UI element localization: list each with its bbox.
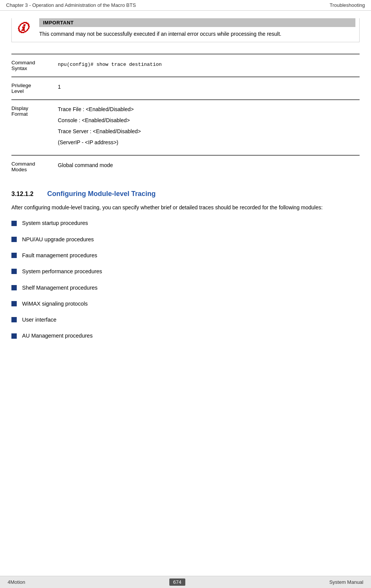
subsection-number: 3.12.1.2 — [11, 191, 42, 198]
display-item-0: Trace File : <Enabled/Disabled> — [58, 105, 360, 113]
important-icon-col: 🛈 — [12, 18, 33, 42]
sections-table: CommandSyntax npu(config)# show trace de… — [11, 54, 360, 178]
important-text: This command may not be successfully exe… — [39, 30, 355, 38]
list-item: Shelf Management procedures — [11, 284, 360, 292]
list-item: NPU/AU upgrade procedures — [11, 236, 360, 243]
command-syntax-code: npu(config)# show trace destination — [58, 62, 162, 67]
display-item-1: Console : <Enabled/Disabled> — [58, 116, 360, 124]
display-format-label: DisplayFormat — [11, 100, 53, 155]
bullet-icon-1 — [11, 237, 17, 242]
bullet-text-5: WiMAX signaling protocols — [22, 300, 88, 308]
bullet-list: System startup procedures NPU/AU upgrade… — [11, 219, 360, 339]
footer-right: System Manual — [329, 579, 363, 585]
display-format-value: Trace File : <Enabled/Disabled> Console … — [53, 100, 360, 155]
bullet-text-3: System performance procedures — [22, 268, 102, 275]
header-right: Troubleshooting — [330, 2, 365, 8]
command-modes-row: CommandModes Global command mode — [11, 155, 360, 178]
privilege-level-label: PrivilegeLevel — [11, 77, 53, 100]
important-header: IMPORTANT — [39, 18, 355, 27]
footer-page-number: 674 — [169, 578, 185, 586]
important-content: IMPORTANT This command may not be succes… — [39, 18, 359, 42]
privilege-level-row: PrivilegeLevel 1 — [11, 77, 360, 100]
main-content: 🛈 IMPORTANT This command may not be succ… — [0, 11, 371, 363]
bullet-icon-4 — [11, 285, 17, 290]
privilege-level-value: 1 — [53, 77, 360, 100]
display-item-3: (ServerIP - <IP address>) — [58, 139, 360, 147]
command-syntax-row: CommandSyntax npu(config)# show trace de… — [11, 54, 360, 77]
header-left: Chapter 3 - Operation and Administration… — [6, 2, 136, 8]
bullet-text-0: System startup procedures — [22, 219, 88, 227]
command-syntax-value: npu(config)# show trace destination — [53, 54, 360, 77]
display-item-2: Trace Server : <Enabled/Disabled> — [58, 127, 360, 135]
display-format-row: DisplayFormat Trace File : <Enabled/Disa… — [11, 100, 360, 155]
list-item: System startup procedures — [11, 219, 360, 227]
bullet-text-2: Fault management procedures — [22, 252, 97, 259]
page-header: Chapter 3 - Operation and Administration… — [0, 0, 371, 11]
important-box: 🛈 IMPORTANT This command may not be succ… — [11, 18, 360, 42]
bullet-text-1: NPU/AU upgrade procedures — [22, 236, 94, 243]
subsection-heading: 3.12.1.2 Configuring Module-level Tracin… — [11, 190, 360, 198]
bullet-icon-3 — [11, 269, 17, 274]
bullet-icon-7 — [11, 333, 17, 339]
bullet-text-6: User interface — [22, 316, 56, 323]
bullet-icon-0 — [11, 221, 17, 226]
subsection-title: Configuring Module-level Tracing — [47, 190, 156, 198]
list-item: Fault management procedures — [11, 252, 360, 259]
page-footer: 4Motion 674 System Manual — [0, 576, 371, 588]
command-modes-value: Global command mode — [53, 155, 360, 178]
bullet-icon-5 — [11, 301, 17, 306]
bullet-icon-6 — [11, 317, 17, 322]
subsection-body: After configuring module-level tracing, … — [11, 203, 360, 212]
list-item: System performance procedures — [11, 268, 360, 275]
list-item: User interface — [11, 316, 360, 323]
bullet-text-7: AU Management procedures — [22, 332, 92, 339]
command-syntax-label: CommandSyntax — [11, 54, 53, 77]
list-item: AU Management procedures — [11, 332, 360, 339]
footer-left: 4Motion — [8, 579, 25, 585]
important-icon: 🛈 — [16, 22, 29, 34]
command-modes-label: CommandModes — [11, 155, 53, 178]
list-item: WiMAX signaling protocols — [11, 300, 360, 308]
bullet-icon-2 — [11, 253, 17, 258]
bullet-text-4: Shelf Management procedures — [22, 284, 97, 292]
